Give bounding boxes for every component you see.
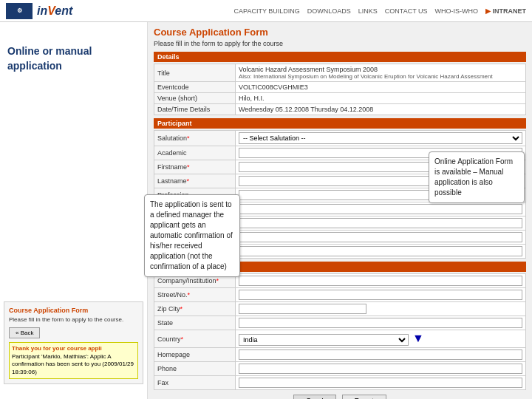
- position-input[interactable]: [239, 204, 522, 214]
- salutation-select[interactable]: -- Select Salutation --: [239, 132, 522, 144]
- logo-text: inVent: [37, 4, 72, 18]
- thank-you-detail: Participant 'Marklo, Matthias': Applic A…: [12, 353, 135, 376]
- table-row: Phone: [154, 362, 526, 376]
- table-row: Homepage: [154, 348, 526, 362]
- email-confirm-input[interactable]: [239, 232, 522, 242]
- tooltip-online-manual: Online Application Form is available – M…: [429, 151, 525, 203]
- datetime-label: Date/Time Details: [154, 104, 236, 115]
- academic-label: Academic: [154, 146, 236, 160]
- phone-input[interactable]: [239, 364, 522, 374]
- table-row: Zip City*: [154, 302, 526, 316]
- homepage-input[interactable]: [239, 349, 522, 360]
- title-label: Title: [154, 64, 236, 82]
- title-value: Volcanic Hazard Assessment Symposium 200…: [236, 64, 526, 82]
- logo-box: ⚙: [6, 3, 33, 19]
- country-select[interactable]: India: [239, 334, 409, 346]
- position-field: [236, 202, 526, 216]
- nav-intranet[interactable]: ▶ INTRANET: [485, 7, 526, 15]
- form-button-row: Send Reset: [154, 395, 526, 399]
- mini-form-panel: Course Application Form Please fill in t…: [4, 301, 143, 384]
- details-table: Title Volcanic Hazard Assessment Symposi…: [154, 64, 526, 115]
- fax-field: [236, 376, 526, 390]
- venue-label: Venue (short): [154, 93, 236, 104]
- homepage-label: Homepage: [154, 348, 236, 362]
- state-input[interactable]: [239, 318, 522, 328]
- table-row: Salutation* -- Select Salutation --: [154, 131, 526, 146]
- country-field: India ▼: [236, 330, 526, 348]
- table-row: Title Volcanic Hazard Assessment Symposi…: [154, 64, 526, 82]
- street-field: [236, 288, 526, 302]
- salutation-field: -- Select Salutation --: [236, 131, 526, 146]
- nav-capacity[interactable]: CAPACITY BUILDING: [234, 7, 300, 15]
- mini-form-subtitle: Please fill in the form to apply to the …: [9, 316, 138, 324]
- tooltip-application-process: The application is sent to a defined man…: [144, 194, 240, 277]
- page-title: Online or manual application: [7, 44, 140, 73]
- header: ⚙ inVent CAPACITY BUILDING DOWNLOADS LIN…: [0, 0, 532, 22]
- reset-button[interactable]: Reset: [342, 395, 386, 399]
- email2-input[interactable]: [239, 246, 522, 256]
- table-row: Country* India ▼: [154, 330, 526, 348]
- street-input[interactable]: [239, 290, 522, 300]
- logo-icon: ⚙: [17, 7, 22, 14]
- firstname-label: Firstname*: [154, 160, 236, 174]
- mini-form-title: Course Application Form: [9, 307, 138, 314]
- form-subtitle: Please fill in the form to apply for the…: [154, 40, 526, 47]
- datetime-value: Wednesday 05.12.2008 Thursday 04.12.2008: [236, 104, 526, 115]
- fax-input[interactable]: [239, 378, 522, 388]
- state-field: [236, 316, 526, 330]
- table-row: Street/No.*: [154, 288, 526, 302]
- homepage-field: [236, 348, 526, 362]
- table-row: Fax: [154, 376, 526, 390]
- thank-you-label: Thank you for your course appli: [12, 345, 135, 352]
- thank-you-panel: Thank you for your course appli Particip…: [9, 342, 138, 379]
- zip-label: Zip City*: [154, 302, 236, 316]
- nav-links: CAPACITY BUILDING DOWNLOADS LINKS CONTAC…: [234, 7, 526, 15]
- form-title: Course Application Form: [154, 27, 526, 38]
- eventcode-label: Eventcode: [154, 82, 236, 93]
- table-row: State: [154, 316, 526, 330]
- address-table: Company/Institution* Street/No.* Zip Cit…: [154, 273, 526, 390]
- section-participant-header: Participant: [154, 118, 526, 129]
- nav-who[interactable]: WHO-IS-WHO: [434, 7, 478, 15]
- section-details-header: Details: [154, 52, 526, 62]
- send-button[interactable]: Send: [293, 395, 335, 399]
- table-row: Venue (short) Hilo, H.I.: [154, 93, 526, 104]
- table-row: Eventcode VOLTIC008CVGHMIE3: [154, 82, 526, 93]
- street-label: Street/No.*: [154, 288, 236, 302]
- back-button[interactable]: « Back: [9, 327, 40, 338]
- zip-field: [236, 302, 526, 316]
- state-label: State: [154, 316, 236, 330]
- table-row: Date/Time Details Wednesday 05.12.2008 T…: [154, 104, 526, 115]
- email2-field: [236, 245, 526, 259]
- phone-label: Phone: [154, 362, 236, 376]
- nav-links-item[interactable]: LINKS: [358, 7, 378, 15]
- venue-value: Hilo, H.I.: [236, 93, 526, 104]
- company-field: [236, 274, 526, 288]
- eventcode-value: VOLTIC008CVGHMIE3: [236, 82, 526, 93]
- nav-contact[interactable]: CONTACT US: [385, 7, 428, 15]
- main-layout: Online or manual application Course Appl…: [0, 22, 532, 399]
- lastname-label: Lastname*: [154, 174, 236, 188]
- left-panel: Online or manual application Course Appl…: [0, 22, 148, 399]
- phone-field: [236, 362, 526, 376]
- email-field: [236, 216, 526, 231]
- company-input[interactable]: [239, 276, 522, 286]
- fax-label: Fax: [154, 376, 236, 390]
- email-confirm-field: [236, 231, 526, 245]
- nav-downloads[interactable]: DOWNLOADS: [307, 7, 351, 15]
- logo-area: ⚙ inVent: [6, 3, 72, 19]
- zip-input[interactable]: [239, 304, 366, 314]
- country-label: Country*: [154, 330, 236, 348]
- email-input[interactable]: [239, 218, 522, 228]
- salutation-label: Salutation*: [154, 131, 236, 146]
